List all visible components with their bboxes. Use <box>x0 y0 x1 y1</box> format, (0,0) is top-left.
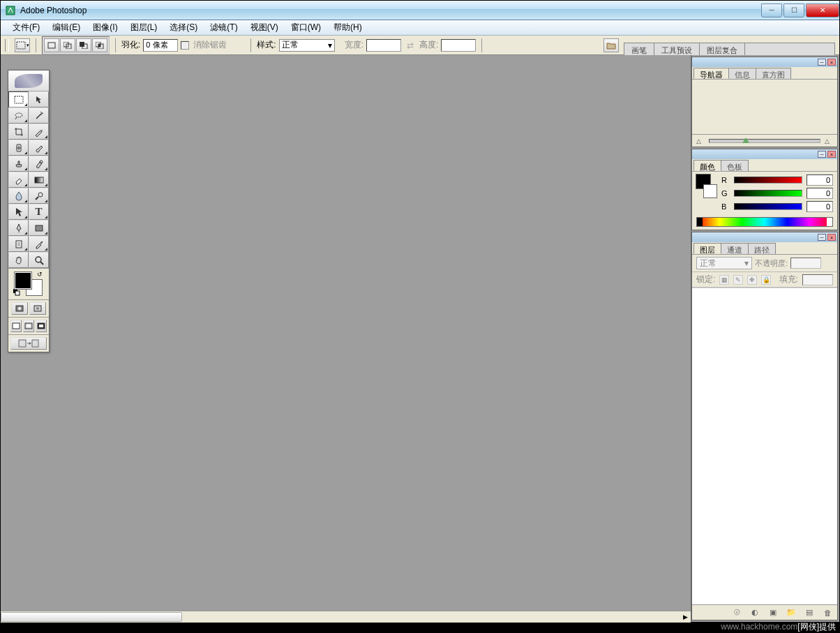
dodge-tool[interactable] <box>29 188 49 204</box>
panel-close-button[interactable]: × <box>827 151 836 158</box>
layer-mask-icon[interactable]: ▣ <box>767 608 779 618</box>
panel-minimize-button[interactable]: ─ <box>818 59 826 66</box>
magic-wand-tool[interactable] <box>29 107 49 124</box>
r-input[interactable] <box>807 174 833 186</box>
marquee-tool[interactable] <box>8 91 29 107</box>
blur-tool[interactable] <box>8 188 29 204</box>
shape-tool[interactable] <box>29 220 49 236</box>
toolbox-foreground-swatch[interactable] <box>15 272 31 289</box>
options-grip[interactable] <box>5 39 9 52</box>
background-swatch[interactable] <box>703 184 717 198</box>
navigator-titlebar[interactable]: ─ × <box>692 57 837 67</box>
menu-window[interactable]: 窗口(W) <box>285 20 327 36</box>
scrollbar-arrow-right[interactable]: ▶ <box>680 611 691 623</box>
clone-stamp-tool[interactable] <box>8 156 29 172</box>
pen-tool[interactable] <box>8 220 29 236</box>
eyedropper-tool[interactable] <box>29 236 49 252</box>
eraser-tool[interactable] <box>8 172 29 188</box>
color-titlebar[interactable]: ─ × <box>692 149 837 159</box>
menu-image[interactable]: 图像(I) <box>87 20 123 36</box>
notes-tool[interactable] <box>8 236 29 252</box>
window-titlebar[interactable]: Adobe Photoshop ─ ☐ ✕ <box>1 1 839 20</box>
slice-tool[interactable] <box>29 124 49 140</box>
tab-color[interactable]: 颜色 <box>693 160 721 171</box>
toolbox-header[interactable] <box>8 70 49 91</box>
zoom-tool[interactable] <box>29 252 49 268</box>
maximize-button[interactable]: ☐ <box>783 3 804 17</box>
move-tool[interactable] <box>29 91 49 107</box>
file-browser-button[interactable] <box>603 38 619 52</box>
screen-menubar-button[interactable] <box>23 320 34 332</box>
b-input[interactable] <box>807 201 833 212</box>
swap-colors-icon[interactable]: ↺ <box>37 271 43 278</box>
menu-file[interactable]: 文件(F) <box>6 20 46 36</box>
selection-subtract-button[interactable] <box>76 38 91 52</box>
color-swatch-pair[interactable] <box>696 174 717 198</box>
default-colors-icon[interactable] <box>13 289 20 296</box>
standard-mode-button[interactable] <box>11 302 28 315</box>
layers-list[interactable] <box>692 288 837 604</box>
tab-info[interactable]: 信息 <box>728 68 756 79</box>
menu-view[interactable]: 视图(V) <box>244 20 285 36</box>
healing-brush-tool[interactable] <box>8 140 29 156</box>
hand-tool[interactable] <box>8 252 29 268</box>
zoom-out-icon[interactable]: △ <box>696 137 705 144</box>
panel-close-button[interactable]: × <box>827 234 836 241</box>
screen-full-button[interactable] <box>36 320 47 332</box>
navigator-preview[interactable] <box>692 80 837 134</box>
toolbox[interactable]: T ↺ <box>8 70 50 352</box>
history-brush-tool[interactable] <box>29 156 49 172</box>
canvas-area[interactable]: ▶ <box>1 55 691 622</box>
scrollbar-track[interactable] <box>1 611 680 623</box>
brush-tool[interactable] <box>29 140 49 156</box>
zoom-slider-thumb[interactable] <box>742 137 749 143</box>
link-layers-icon[interactable]: ⦾ <box>731 608 742 618</box>
menu-edit[interactable]: 编辑(E) <box>46 20 87 36</box>
b-slider[interactable] <box>734 203 802 210</box>
tab-histogram[interactable]: 直方图 <box>756 68 791 79</box>
style-select[interactable]: 正常▾ <box>279 39 335 52</box>
selection-new-button[interactable] <box>44 38 59 52</box>
menu-help[interactable]: 帮助(H) <box>327 20 368 36</box>
tab-paths[interactable]: 路径 <box>748 243 776 254</box>
path-selection-tool[interactable] <box>8 204 29 220</box>
scrollbar-thumb[interactable] <box>1 612 182 622</box>
crop-tool[interactable] <box>8 124 29 140</box>
quickmask-mode-button[interactable] <box>29 302 46 315</box>
delete-layer-icon[interactable]: 🗑 <box>822 608 833 618</box>
panel-close-button[interactable]: × <box>827 59 836 66</box>
layer-style-icon[interactable]: ◐ <box>749 608 760 618</box>
zoom-in-icon[interactable]: △ <box>825 137 833 144</box>
menu-layer[interactable]: 图层(L) <box>124 20 164 36</box>
horizontal-scrollbar[interactable]: ▶ <box>1 611 691 622</box>
type-tool[interactable]: T <box>29 204 49 220</box>
panel-minimize-button[interactable]: ─ <box>818 234 826 241</box>
color-spectrum[interactable] <box>696 217 833 227</box>
tab-navigator[interactable]: 导航器 <box>693 68 729 79</box>
tab-channels[interactable]: 通道 <box>721 243 749 254</box>
lasso-tool[interactable] <box>8 107 29 124</box>
well-empty-area[interactable] <box>744 43 835 55</box>
tab-swatches[interactable]: 色板 <box>721 160 749 171</box>
r-slider[interactable] <box>734 177 802 184</box>
well-tab-brush[interactable]: 画笔 <box>624 43 654 55</box>
screen-standard-button[interactable] <box>10 320 22 332</box>
current-tool-marquee-button[interactable]: ▾ <box>15 38 30 52</box>
zoom-slider[interactable] <box>709 139 820 143</box>
gradient-tool[interactable] <box>29 172 49 188</box>
menu-select[interactable]: 选择(S) <box>163 20 204 36</box>
selection-intersect-button[interactable] <box>92 38 107 52</box>
feather-input[interactable] <box>143 39 178 52</box>
new-group-icon[interactable]: 📁 <box>786 608 797 618</box>
selection-add-button[interactable] <box>60 38 75 52</box>
tab-layers[interactable]: 图层 <box>693 243 721 254</box>
menu-filter[interactable]: 滤镜(T) <box>204 20 243 36</box>
well-tab-layer-comps[interactable]: 图层复合 <box>699 43 745 55</box>
minimize-button[interactable]: ─ <box>761 3 782 17</box>
layers-titlebar[interactable]: ─ × <box>692 232 837 242</box>
new-layer-icon[interactable]: ▤ <box>804 608 815 618</box>
g-slider[interactable] <box>734 190 802 197</box>
well-tab-tool-presets[interactable]: 工具预设 <box>654 43 700 55</box>
jump-to-imageready-button[interactable] <box>10 337 47 350</box>
g-input[interactable] <box>807 188 833 199</box>
